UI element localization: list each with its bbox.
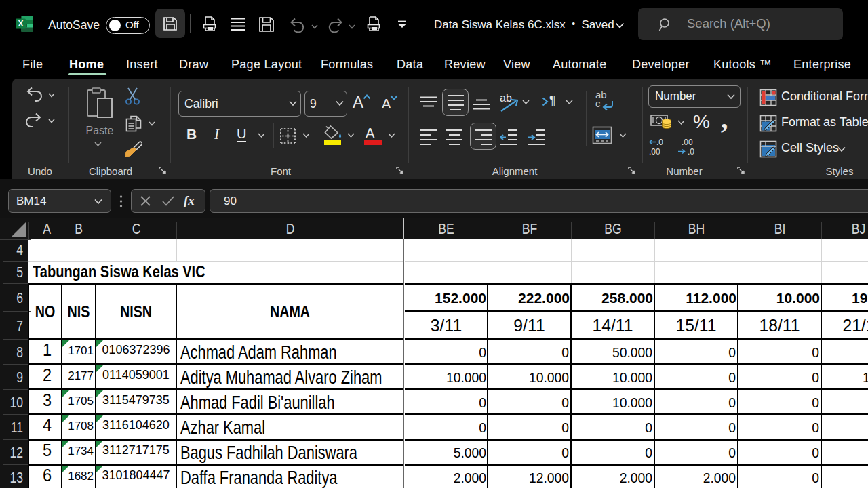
svg-text:.00: .00 xyxy=(649,147,660,157)
svg-text:.0: .0 xyxy=(656,138,663,147)
svg-text:.00: .00 xyxy=(682,138,693,147)
svg-text:X: X xyxy=(18,19,23,28)
svg-text:.0: .0 xyxy=(688,147,694,157)
